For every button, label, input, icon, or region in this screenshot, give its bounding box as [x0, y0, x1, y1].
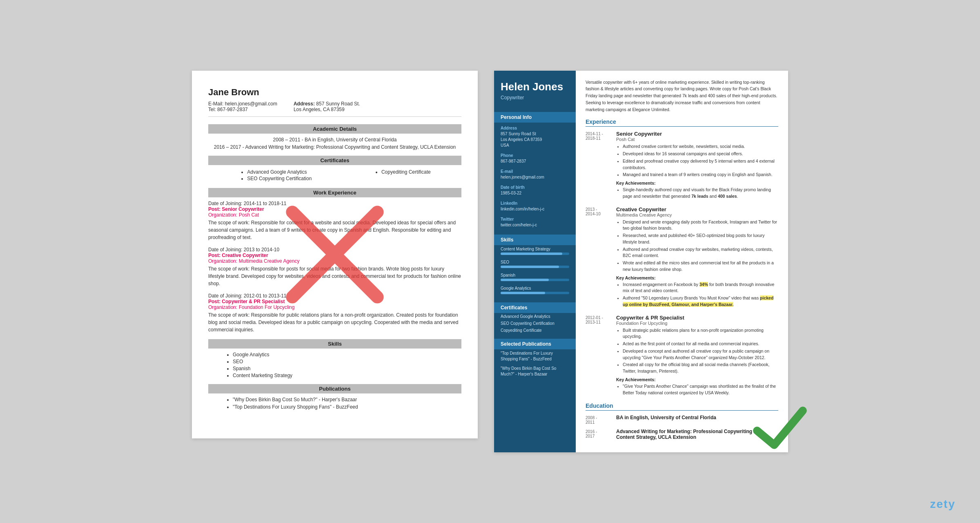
right-title: Copywriter: [501, 95, 569, 101]
exp-bullets-3: Built strategic public relations plans f…: [616, 327, 778, 375]
cert-sidebar-3: Copyediting Certificate: [494, 327, 576, 334]
experience-header: Experience: [586, 118, 778, 127]
pubs-sidebar-header: Selected Publications: [494, 339, 576, 349]
exp-bullets-1: Authored creative content for website, n…: [616, 143, 778, 178]
cert-item-2: SEO Copywriting Certification: [247, 176, 312, 181]
left-contact-row: E-Mail: helen.jones@gmail.com Tel: 867-9…: [208, 101, 461, 117]
skill-cms: Content Marketing Strategy: [494, 245, 576, 258]
left-education: 2008 – 2011 - BA in English, University …: [208, 137, 461, 150]
sidebar-header: Helen Jones Copywriter: [494, 71, 576, 107]
left-skills-list: Google Analytics SEO Spanish Content Mar…: [208, 352, 461, 378]
right-main-content: Versatile copywriter with 6+ years of on…: [576, 71, 788, 453]
exp-bullets-2: Designed and wrote engaging daily posts …: [616, 219, 778, 273]
exp-title-1: Senior Copywriter: [616, 131, 778, 137]
summary-text: Versatile copywriter with 6+ years of on…: [586, 79, 778, 113]
exp-bullet-3-4: Created all copy for the official blog a…: [623, 362, 778, 375]
work-entry-2: Date of Joining: 2013 to 2014-10 Post: C…: [208, 247, 461, 287]
exp-body-3: Copywriter & PR Specialist Foundation Fo…: [616, 315, 778, 396]
exp-entry-2: 2013 -2014-10 Creative Copywriter Multim…: [586, 206, 778, 309]
right-name: Helen Jones: [501, 80, 569, 93]
exp-date-3: 2012-01 -2013-11: [586, 315, 614, 324]
work-scope-2: The scope of work: Responsible for posts…: [208, 265, 461, 287]
skill-analytics: Google Analytics: [494, 284, 576, 297]
pub-sidebar-2: "Why Does Birkin Bag Cost So Much?" - Ha…: [494, 364, 576, 380]
skill-analytics-label: Google Analytics: [501, 286, 569, 291]
key-ach-bullets-2: Increased engagement on Facebook by 34% …: [616, 282, 778, 308]
edu-degree-2: Advanced Writing for Marketing: Professi…: [616, 429, 778, 440]
key-ach-bullets-3: "Give Your Pants Another Chance" campaig…: [616, 383, 778, 396]
certs-left-col: Advanced Google Analytics SEO Copywritin…: [239, 168, 312, 182]
skill-cms-bar-fill: [501, 253, 562, 255]
left-address: Address: 857 Sunny Road St. Los Angeles,…: [294, 101, 360, 112]
exp-bullet-3-3: Developed a concept and authored all cre…: [623, 348, 778, 361]
skill-seo: SEO: [494, 258, 576, 271]
edu-body-1: BA in English, University of Central Flo…: [616, 415, 778, 420]
work-post-1: Post: Senior Copywriter: [208, 206, 461, 212]
exp-body-1: Senior Copywriter Posh Cat Authored crea…: [616, 131, 778, 199]
dob-value: 1985-03-22: [494, 190, 576, 198]
twitter-value: twitter.com/helen-j-c: [494, 222, 576, 230]
work-post-2: Post: Creative Copywriter: [208, 253, 461, 258]
edu-body-2: Advanced Writing for Marketing: Professi…: [616, 429, 778, 440]
edu-item-2: 2016 – 2017 - Advanced Writing for Marke…: [208, 144, 461, 150]
key-ach-bullet-2-2: Authored "50 Legendary Luxury Brands You…: [623, 295, 778, 308]
key-ach-header-2: Key Achievements:: [616, 275, 778, 280]
work-date-3: Date of Joining: 2012-01 to 2013-11: [208, 293, 461, 299]
left-certs: Advanced Google Analytics SEO Copywritin…: [208, 168, 461, 182]
exp-bullet-2-3: Authored and proofread creative copy for…: [623, 246, 778, 259]
skill-1: Google Analytics: [233, 352, 461, 358]
work-date-2: Date of Joining: 2013 to 2014-10: [208, 247, 461, 253]
cert-sidebar-1: Advanced Google Analytics: [494, 313, 576, 320]
phone-label: Phone: [494, 150, 576, 159]
skill-cms-label: Content Marketing Strategy: [501, 247, 569, 251]
edu-entry-1: 2008 -2011 BA in English, University of …: [586, 415, 778, 425]
edu-date-1: 2008 -2011: [586, 415, 614, 425]
edu-date-2: 2016 -2017: [586, 429, 614, 438]
work-post-3: Post: Copywriter & PR Specialist: [208, 299, 461, 304]
skills-header-left: Skills: [208, 339, 461, 349]
work-entry-1: Date of Joining: 2014-11 to 2018-11 Post…: [208, 201, 461, 241]
email-value: helen.jones@gmail.com: [494, 174, 576, 182]
cert-sidebar-2: SEO Copywriting Certification: [494, 320, 576, 327]
exp-title-2: Creative Copywriter: [616, 206, 778, 212]
skill-spanish-bar-bg: [501, 279, 569, 281]
exp-bullet-1-1: Authored creative content for website, n…: [623, 143, 778, 150]
exp-org-3: Foundation For Upcycling: [616, 321, 778, 326]
key-ach-header-1: Key Achievements:: [616, 181, 778, 186]
exp-date-2: 2013 -2014-10: [586, 206, 614, 216]
edu-entry-2: 2016 -2017 Advanced Writing for Marketin…: [586, 429, 778, 440]
education-header: Education: [586, 402, 778, 411]
edu-degree-1: BA in English, University of Central Flo…: [616, 415, 778, 420]
work-date-1: Date of Joining: 2014-11 to 2018-11: [208, 201, 461, 206]
skill-spanish-label: Spanish: [501, 273, 569, 277]
address-label: Address: [494, 123, 576, 131]
exp-org-1: Posh Cat: [616, 137, 778, 142]
exp-title-3: Copywriter & PR Specialist: [616, 315, 778, 321]
skill-analytics-bar-bg: [501, 292, 569, 294]
skills-sidebar-header: Skills: [494, 235, 576, 245]
pub-2: "Top Destinations For Luxury Shopping Fa…: [233, 404, 461, 410]
pub-1: "Why Does Birkin Bag Cost So Much?" - Ha…: [233, 397, 461, 402]
skill-seo-bar-bg: [501, 266, 569, 268]
exp-bullet-3-2: Acted as the first point of contact for …: [623, 341, 778, 347]
left-resume: Jane Brown E-Mail: helen.jones@gmail.com…: [192, 71, 478, 438]
phone-value: 867-987-2837: [494, 159, 576, 166]
exp-entry-3: 2012-01 -2013-11 Copywriter & PR Special…: [586, 315, 778, 397]
key-ach-2: Key Achievements: Increased engagement o…: [616, 275, 778, 308]
key-ach-1: Key Achievements: Single-handedly author…: [616, 181, 778, 200]
main-container: Jane Brown E-Mail: helen.jones@gmail.com…: [0, 54, 980, 469]
left-pubs-list: "Why Does Birkin Bag Cost So Much?" - Ha…: [208, 397, 461, 410]
exp-entry-1: 2014-11 -2018-11 Senior Copywriter Posh …: [586, 131, 778, 200]
work-org-3: Organization: Foundation For Upcycling: [208, 304, 461, 310]
key-ach-3: Key Achievements: "Give Your Pants Anoth…: [616, 377, 778, 396]
skill-4: Content Marketing Strategy: [233, 373, 461, 378]
linkedin-label: LinkedIn: [494, 198, 576, 206]
exp-org-2: Multimedia Creative Agency: [616, 212, 778, 217]
skill-3: Spanish: [233, 366, 461, 371]
exp-date-1: 2014-11 -2018-11: [586, 131, 614, 141]
skill-spanish: Spanish: [494, 271, 576, 284]
key-ach-bullet-2-1: Increased engagement on Facebook by 34% …: [623, 282, 778, 295]
right-resume: Helen Jones Copywriter Personal Info Add…: [494, 71, 788, 453]
left-email: E-Mail: helen.jones@gmail.com Tel: 867-9…: [208, 101, 277, 112]
dob-label: Date of birth: [494, 182, 576, 190]
